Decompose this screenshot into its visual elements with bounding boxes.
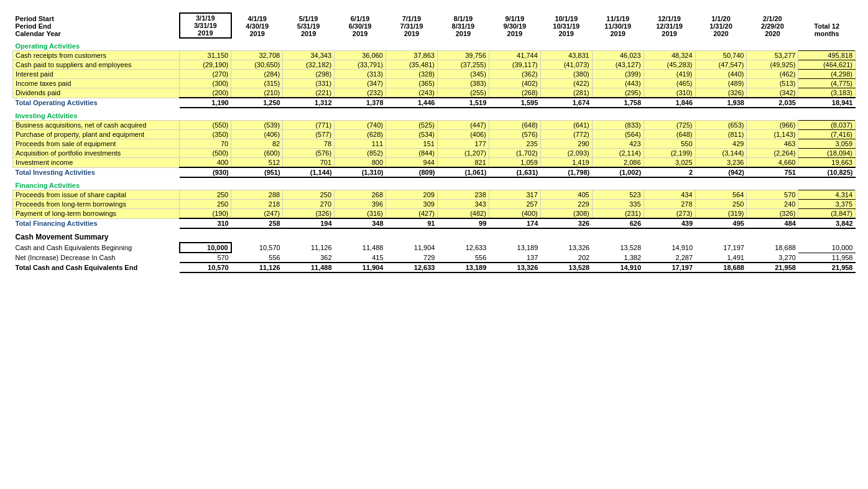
cell-7: (2,093) bbox=[540, 149, 592, 158]
cell-3: 396 bbox=[335, 200, 386, 209]
cell-9: 278 bbox=[644, 200, 695, 209]
cell-3: (347) bbox=[335, 79, 386, 88]
total-row: Total Financing Activities31025819434891… bbox=[13, 218, 856, 228]
cell-11: (1,143) bbox=[747, 130, 798, 139]
total-cell-1: (951) bbox=[231, 167, 283, 177]
cell-1: (406) bbox=[231, 130, 283, 139]
table-row: Interest paid(270)(284)(298)(313)(328)(3… bbox=[13, 70, 856, 79]
end-cell-3: 11,904 bbox=[335, 263, 386, 272]
cell-11: (2,264) bbox=[747, 149, 798, 158]
row-label: Cash paid to suppliers and employees bbox=[13, 60, 180, 70]
begin-cell-8: 13,528 bbox=[592, 243, 644, 253]
cell-7: (308) bbox=[540, 209, 592, 219]
table-row: Proceeds from sale of equipment708278111… bbox=[13, 139, 856, 149]
cell-0: (350) bbox=[180, 130, 231, 139]
cell-10: (47,547) bbox=[695, 60, 747, 70]
cell-7: (422) bbox=[540, 79, 592, 88]
total-cell-8: (1,002) bbox=[592, 167, 644, 177]
row-total: (464,621) bbox=[798, 60, 856, 70]
cell-0: 70 bbox=[180, 139, 231, 149]
col-header-7: 10/1/1910/31/192019 bbox=[540, 13, 592, 38]
cell-9: (45,283) bbox=[644, 60, 695, 70]
cell-8: (833) bbox=[592, 121, 644, 130]
end-cell-7: 13,528 bbox=[540, 263, 592, 272]
cell-8: 2,086 bbox=[592, 158, 644, 168]
total-row-total: 3,842 bbox=[798, 218, 856, 228]
cell-7: (281) bbox=[540, 88, 592, 98]
row-label: Payment of long-term borrowings bbox=[13, 209, 180, 219]
total-row-total: 18,941 bbox=[798, 98, 856, 108]
cell-4: (844) bbox=[386, 149, 438, 158]
end-cell-9: 17,197 bbox=[644, 263, 695, 272]
begin-cell-0: 10,000 bbox=[180, 243, 231, 253]
cell-5: (383) bbox=[437, 79, 489, 88]
row-label: Dividends paid bbox=[13, 88, 180, 98]
total-row-label: Total Financing Activities bbox=[13, 218, 180, 228]
net-cell-7: 202 bbox=[540, 253, 592, 263]
cell-3: (33,791) bbox=[335, 60, 386, 70]
net-cell-3: 415 bbox=[335, 253, 386, 263]
cell-11: 240 bbox=[747, 200, 798, 209]
cell-0: 400 bbox=[180, 158, 231, 168]
cash-flow-table-wrapper: Period StartPeriod EndCalendar Year3/1/1… bbox=[12, 12, 856, 273]
total-cell-0: 1,190 bbox=[180, 98, 231, 108]
cell-2: 270 bbox=[283, 200, 335, 209]
cell-6: (268) bbox=[489, 88, 540, 98]
end-cell-10: 18,688 bbox=[695, 263, 747, 272]
cell-4: (365) bbox=[386, 79, 438, 88]
row-label: Proceeds from sale of equipment bbox=[13, 139, 180, 149]
cell-2: (576) bbox=[283, 149, 335, 158]
cell-2: 250 bbox=[283, 190, 335, 200]
end-total: 21,958 bbox=[798, 263, 856, 272]
total-cell-11: 2,035 bbox=[747, 98, 798, 108]
total-cell-9: 1,846 bbox=[644, 98, 695, 108]
total-cell-0: 310 bbox=[180, 218, 231, 228]
cell-11: (513) bbox=[747, 79, 798, 88]
period-start-label: Period Start bbox=[16, 15, 54, 22]
row-label: Purchase of property, plant and equipmen… bbox=[13, 130, 180, 139]
begin-cell-10: 17,197 bbox=[695, 243, 747, 253]
cell-6: (1,702) bbox=[489, 149, 540, 158]
cell-10: 564 bbox=[695, 190, 747, 200]
total-cell-7: 1,674 bbox=[540, 98, 592, 108]
cell-2: 78 bbox=[283, 139, 335, 149]
row-total: 3,375 bbox=[798, 200, 856, 209]
cell-1: (315) bbox=[231, 79, 283, 88]
cell-0: (300) bbox=[180, 79, 231, 88]
cell-11: (462) bbox=[747, 70, 798, 79]
cell-3: (313) bbox=[335, 70, 386, 79]
begin-cell-2: 11,126 bbox=[283, 243, 335, 253]
row-total: (18,094) bbox=[798, 149, 856, 158]
total-cell-4: (809) bbox=[386, 167, 438, 177]
cell-7: (380) bbox=[540, 70, 592, 79]
cell-8: (43,127) bbox=[592, 60, 644, 70]
total-cell-11: 484 bbox=[747, 218, 798, 228]
total-cell-3: 1,378 bbox=[335, 98, 386, 108]
total-cell-10: 495 bbox=[695, 218, 747, 228]
cell-3: (316) bbox=[335, 209, 386, 219]
row-label: Proceeds from issue of share capital bbox=[13, 190, 180, 200]
cell-3: 268 bbox=[335, 190, 386, 200]
net-change-row: Net (Increase) Decrease In Cash570556362… bbox=[13, 253, 856, 263]
cell-3: (740) bbox=[335, 121, 386, 130]
section-header: Financing Activities bbox=[13, 177, 856, 190]
cell-7: 1,419 bbox=[540, 158, 592, 168]
cell-1: 32,708 bbox=[231, 51, 283, 60]
total-cell-7: (1,798) bbox=[540, 167, 592, 177]
col-header-5: 8/1/198/31/192019 bbox=[437, 13, 489, 38]
total-cell-3: 348 bbox=[335, 218, 386, 228]
total-cell-10: 1,938 bbox=[695, 98, 747, 108]
begin-cell-1: 10,570 bbox=[231, 243, 283, 253]
calendar-year-label: Calendar Year bbox=[16, 30, 61, 37]
cell-2: (331) bbox=[283, 79, 335, 88]
col-header-11: 2/1/202/29/202020 bbox=[747, 13, 798, 38]
cell-7: 43,831 bbox=[540, 51, 592, 60]
cell-6: 235 bbox=[489, 139, 540, 149]
table-row: Proceeds from long-term borrowings250218… bbox=[13, 200, 856, 209]
table-row: Business acquisitions, net of cash acqui… bbox=[13, 121, 856, 130]
table-row: Proceeds from issue of share capital2502… bbox=[13, 190, 856, 200]
cell-11: 4,660 bbox=[747, 158, 798, 168]
total-cell-2: 1,312 bbox=[283, 98, 335, 108]
cell-5: 177 bbox=[437, 139, 489, 149]
col-header-6: 9/1/199/30/192019 bbox=[489, 13, 540, 38]
